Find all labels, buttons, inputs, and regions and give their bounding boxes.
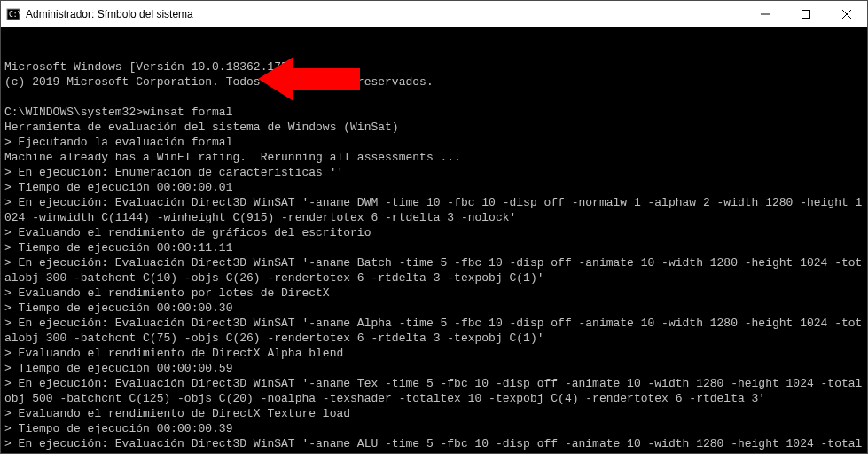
close-button[interactable] [826,1,867,27]
terminal-line: > Tiempo de ejecución 00:00:00.30 [4,301,864,316]
terminal-line: > En ejecución: Evaluación Direct3D WinS… [4,436,864,453]
terminal-line: Microsoft Windows [Versión 10.0.18362.17… [4,59,864,74]
terminal-line: > En ejecución: Evaluación Direct3D WinS… [4,316,864,346]
terminal-line [4,90,864,105]
terminal-line: > Evaluando el rendimiento de DirectX Al… [4,346,864,361]
terminal-line: > En ejecución: Enumeración de caracterí… [4,165,864,180]
terminal-line: Herramienta de evaluación del sistema de… [4,120,864,135]
terminal-line: > En ejecución: Evaluación Direct3D WinS… [4,255,864,286]
terminal-line: > En ejecución: Evaluación Direct3D WinS… [4,376,864,406]
terminal-line: > Ejecutando la evaluación formal [4,135,864,150]
window-controls [745,1,867,27]
terminal-line: > Tiempo de ejecución 00:00:00.59 [4,361,864,376]
terminal-output[interactable]: Microsoft Windows [Versión 10.0.18362.17… [1,27,867,453]
titlebar: C:\ Administrador: Símbolo del sistema [1,1,867,27]
cmd-window: C:\ Administrador: Símbolo del sistema M… [0,0,868,454]
svg-text:C:\: C:\ [9,11,20,19]
window-title: Administrador: Símbolo del sistema [26,8,745,20]
terminal-line: > En ejecución: Evaluación Direct3D WinS… [4,195,864,225]
terminal-line: (c) 2019 Microsoft Corporation. Todos lo… [4,74,864,90]
terminal-line: > Tiempo de ejecución 00:00:11.11 [4,240,864,255]
terminal-line: Machine already has a WinEI rating. Reru… [4,150,864,165]
terminal-line: > Evaluando el rendimiento de DirectX Te… [4,406,864,421]
terminal-line: > Evaluando el rendimiento por lotes de … [4,286,864,301]
cmd-icon: C:\ [6,7,20,21]
terminal-line: > Tiempo de ejecución 00:00:00.01 [4,180,864,195]
svg-rect-3 [802,11,810,19]
maximize-button[interactable] [786,1,826,27]
terminal-line: C:\WINDOWS\system32>winsat formal [4,105,864,120]
minimize-button[interactable] [745,1,786,27]
terminal-line: > Evaluando el rendimiento de gráficos d… [4,225,864,240]
terminal-line: > Tiempo de ejecución 00:00:00.39 [4,421,864,436]
